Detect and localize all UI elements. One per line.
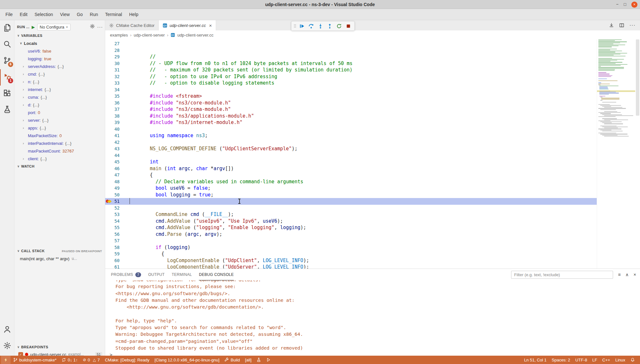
step-over-button[interactable] <box>307 22 315 30</box>
menu-selection[interactable]: Selection <box>31 10 57 19</box>
step-out-button[interactable] <box>325 22 334 30</box>
code-line-29[interactable]: 29// - maximum of 320 packets sent (or l… <box>105 54 597 60</box>
code-line-53[interactable]: 53 cmd.AddValue ("logging", "Enable logg… <box>105 211 597 218</box>
status-os[interactable]: Linux <box>613 356 628 364</box>
status-git-branch[interactable]: buildsystem-cmake* <box>11 356 59 364</box>
code-line-48[interactable]: 48 bool logging = true; <box>105 178 597 185</box>
code-line-28[interactable]: 28// - UDP flow from n0 to n1 of 1024 by… <box>105 47 597 54</box>
variables-scope-locals[interactable]: ∨ Locals <box>14 39 105 47</box>
start-debug-icon[interactable]: ▶ <box>32 25 35 29</box>
status-cmake-launch[interactable] <box>264 356 273 364</box>
code-line-33[interactable]: 33#include <fstream> <box>105 80 597 87</box>
variable-row-MaxPacketSize[interactable]: MaxPacketSize: 0 <box>14 132 105 139</box>
code-line-41[interactable]: 41NS_LOG_COMPONENT_DEFINE ("UdpClientSer… <box>105 132 597 139</box>
status-encoding[interactable]: UTF-8 <box>573 356 590 364</box>
gear-icon[interactable] <box>90 24 95 30</box>
variable-row-interPacketInterval[interactable]: › interPacketInterval: {...} <box>14 139 105 147</box>
status-git-sync[interactable]: 0↓ 1↑ <box>59 356 80 364</box>
code-line-37[interactable]: 37#include "ns3/internet-module.h" <box>105 106 597 113</box>
close-button[interactable]: × <box>631 2 637 8</box>
toolbar-drag-handle[interactable] <box>293 23 297 29</box>
activity-settings[interactable] <box>0 338 14 354</box>
panel-tab-debug-console[interactable]: DEBUG CONSOLE <box>199 269 234 280</box>
variable-row-useV6[interactable]: useV6: false <box>14 47 105 55</box>
code-line-34[interactable]: 34#include "ns3/core-module.h" <box>105 87 597 93</box>
minimize-button[interactable]: − <box>616 2 619 7</box>
variable-row-client[interactable]: › client: {...} <box>14 155 105 162</box>
status-remote-indicator[interactable] <box>1 356 11 364</box>
status-problems-summary[interactable]: ⊘0△7 <box>80 356 102 364</box>
maximize-button[interactable]: □ <box>624 2 626 7</box>
variable-row-d[interactable]: › d: {...} <box>14 101 105 109</box>
split-editor-icon[interactable] <box>619 23 624 28</box>
breadcrumb-item[interactable]: examples <box>110 33 128 37</box>
activity-run-and-debug[interactable]: 1 <box>0 69 14 86</box>
code-line-35[interactable]: 35#include "ns3/csma-module.h" <box>105 93 597 100</box>
status-cmake-kit[interactable]: [Clang 12.0.0 x86_64-pc-linux-gnu] <box>152 356 222 364</box>
status-notifications[interactable] <box>628 356 637 364</box>
watch-section-header[interactable]: ∨ WATCH <box>14 162 105 170</box>
activity-extensions[interactable] <box>0 86 14 102</box>
variable-row-logging[interactable]: logging: true <box>14 55 105 62</box>
code-line-50[interactable]: 50 <box>105 192 597 198</box>
status-language-mode[interactable]: C++ <box>600 356 613 364</box>
code-line-52[interactable]: 52 cmd.AddValue ("useIpv6", "Use Ipv6", … <box>105 205 597 211</box>
close-panel-icon[interactable]: × <box>634 272 636 277</box>
run-file-icon[interactable] <box>609 23 614 28</box>
status-indentation[interactable]: Spaces: 2 <box>549 356 573 364</box>
code-line-40[interactable]: 40 <box>105 126 597 133</box>
minimap[interactable] <box>597 39 635 269</box>
menu-file[interactable]: File <box>2 10 16 19</box>
close-tab-icon[interactable]: × <box>209 23 212 28</box>
variable-row-internet[interactable]: › internet: {...} <box>14 86 105 93</box>
variable-row-server[interactable]: › server: {...} <box>14 116 105 124</box>
call-stack-section-header[interactable]: ∨ CALL STACK PAUSED ON BREAKPOINT <box>14 247 105 255</box>
continue-button[interactable] <box>298 22 306 30</box>
code-line-49[interactable]: 49 Address serverAddress; <box>105 185 597 192</box>
call-stack-frame[interactable]: main(int argc, char ** argv) u... <box>14 255 105 262</box>
more-actions-icon[interactable]: ··· <box>97 24 102 29</box>
code-line-61[interactable]: 61 <box>105 264 597 269</box>
variable-row-maxPacketCount[interactable]: maxPacketCount: 32767 <box>14 147 105 155</box>
breadcrumb-item[interactable]: udp-client-server <box>134 33 165 37</box>
variable-row-csma[interactable]: › csma: {...} <box>14 93 105 101</box>
status-cmake-test[interactable] <box>254 356 264 364</box>
code-line-38[interactable]: 38 <box>105 113 597 120</box>
code-line-45[interactable]: 45{ <box>105 159 597 165</box>
editor-scrollbar[interactable] <box>635 39 640 269</box>
code-line-32[interactable]: 32 <box>105 73 597 80</box>
code-line-27[interactable]: 27// <box>105 40 597 47</box>
code-line-30[interactable]: 30// - option to use IPv4 or IPv6 addres… <box>105 60 597 67</box>
code-line-54[interactable]: 54 cmd.Parse (argc, argv); <box>105 218 597 225</box>
code-line-31[interactable]: 31// - option to disable logging stateme… <box>105 67 597 73</box>
console-filter-input[interactable] <box>511 271 613 279</box>
code-line-58[interactable]: 58 LogComponentEnable ("UdpClient", LOG_… <box>105 244 597 251</box>
breakpoints-section-header[interactable]: ∨ BREAKPOINTS <box>14 343 105 351</box>
variable-row-n[interactable]: › n: {...} <box>14 78 105 86</box>
code-line-43[interactable]: 43int <box>105 145 597 152</box>
menu-edit[interactable]: Edit <box>16 10 31 19</box>
panel-tab-output[interactable]: OUTPUT <box>148 269 164 280</box>
step-into-button[interactable] <box>316 22 324 30</box>
variable-row-cmd[interactable]: › cmd: {...} <box>14 70 105 78</box>
variable-row-port[interactable]: port: 0 <box>14 109 105 116</box>
menu-go[interactable]: Go <box>73 10 86 19</box>
scrollbar-slider[interactable] <box>636 39 639 116</box>
menu-terminal[interactable]: Terminal <box>102 10 126 19</box>
code-line-39[interactable]: 39using namespace ns3; <box>105 119 597 126</box>
menu-view[interactable]: View <box>56 10 73 19</box>
panel-tab-problems[interactable]: PROBLEMS7 <box>111 269 141 280</box>
more-actions-icon[interactable]: ··· <box>629 22 636 28</box>
filter-options-icon[interactable]: ≡ <box>618 272 620 277</box>
editor-tab-udp-client-server[interactable]: C+ udp-client-server.cc × <box>159 20 216 30</box>
code-line-47[interactable]: 47 bool useV6 = false; <box>105 172 597 178</box>
code-line-59[interactable]: 59 LogComponentEnable ("UdpServer", LOG_… <box>105 251 597 257</box>
menu-help[interactable]: Help <box>126 10 142 19</box>
debug-config-dropdown[interactable]: No Configura∨ <box>37 24 71 30</box>
console-prompt[interactable]: > <box>110 352 640 356</box>
code-line-60[interactable]: 60 } <box>105 257 597 264</box>
code-line-56[interactable]: 56 if (logging) <box>105 231 597 238</box>
status-cmake-build[interactable]: Build <box>222 356 242 364</box>
editor-tab-cmake-cache-editor[interactable]: CMake Cache Editor <box>105 20 159 30</box>
variable-row-serverAddress[interactable]: › serverAddress: {...} <box>14 62 105 70</box>
